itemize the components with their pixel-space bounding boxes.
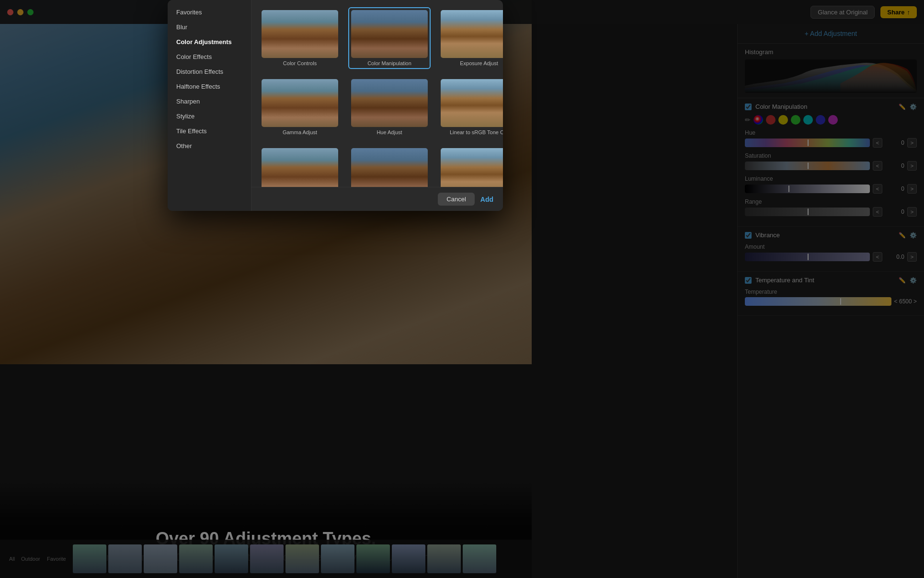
card-linear-srgb-label: Linear to sRGB Tone C... — [450, 129, 503, 135]
sidebar-item-stylize[interactable]: Stylize — [168, 109, 251, 124]
sidebar-item-favorites[interactable]: Favorites — [168, 5, 251, 20]
card-color-manipulation[interactable]: Color Manipulation — [348, 7, 431, 69]
card-gamma-adjust[interactable]: Gamma Adjust — [259, 76, 341, 138]
card-color-controls[interactable]: Color Controls — [259, 7, 341, 69]
card-linear-srgb[interactable]: Linear to sRGB Tone C... — [438, 76, 503, 138]
modal-overlay: Favorites Blur Color Adjustments Color E… — [0, 0, 924, 578]
sidebar-item-blur[interactable]: Blur — [168, 20, 251, 35]
sidebar-item-tile-effects[interactable]: Tile Effects — [168, 124, 251, 139]
modal-sidebar: Favorites Blur Color Adjustments Color E… — [168, 0, 251, 211]
card-hue-adjust-preview — [351, 79, 428, 127]
card-color-controls-preview — [262, 10, 338, 58]
sidebar-item-sharpen[interactable]: Sharpen — [168, 94, 251, 109]
sidebar-item-color-adjustments[interactable]: Color Adjustments — [168, 35, 251, 49]
modal-grid-content: Color Controls Color Manipulation Exposu… — [251, 0, 503, 211]
sidebar-item-other[interactable]: Other — [168, 139, 251, 153]
card-hue-adjust-label: Hue Adjust — [376, 129, 402, 135]
card-linear-srgb-preview — [441, 79, 503, 127]
card-gamma-adjust-preview — [262, 79, 338, 127]
card-exposure-adjust-preview — [441, 10, 503, 58]
add-button[interactable]: Add — [480, 196, 493, 203]
sidebar-item-distortion-effects[interactable]: Distortion Effects — [168, 64, 251, 79]
adjustment-grid: Color Controls Color Manipulation Exposu… — [259, 7, 496, 207]
sidebar-item-halftone-effects[interactable]: Halftone Effects — [168, 79, 251, 94]
card-hue-adjust[interactable]: Hue Adjust — [348, 76, 431, 138]
modal-footer: Cancel Add — [251, 187, 503, 211]
card-gamma-adjust-label: Gamma Adjust — [283, 129, 317, 135]
card-color-manipulation-preview — [351, 10, 428, 58]
filter-picker-dialog: Favorites Blur Color Adjustments Color E… — [168, 0, 503, 211]
card-color-manipulation-label: Color Manipulation — [367, 60, 411, 66]
card-exposure-adjust[interactable]: Exposure Adjust — [438, 7, 503, 69]
card-color-controls-label: Color Controls — [283, 60, 317, 66]
card-exposure-adjust-label: Exposure Adjust — [460, 60, 498, 66]
cancel-button[interactable]: Cancel — [438, 193, 474, 206]
sidebar-item-color-effects[interactable]: Color Effects — [168, 49, 251, 64]
